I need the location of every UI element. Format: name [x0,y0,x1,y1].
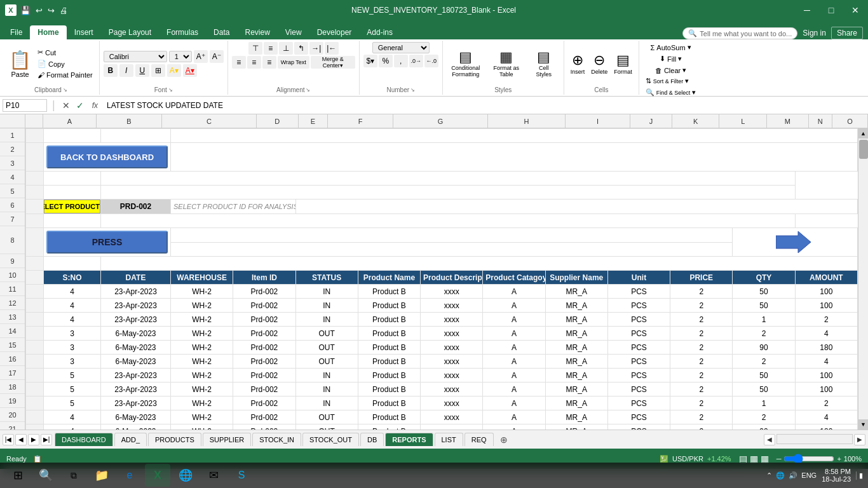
cell-17-M[interactable]: 100 [795,369,857,383]
fill-color-btn[interactable]: A▾ [167,64,181,77]
cell-19-E[interactable]: IN [295,396,358,410]
confirm-formula-btn[interactable]: ✓ [74,100,86,111]
cell-A4[interactable] [44,186,101,200]
file-explorer-btn[interactable]: 📁 [89,464,114,487]
col-header-E[interactable]: E [299,114,329,128]
cell-21-F[interactable]: Product B [358,424,420,430]
cell-17-H[interactable]: A [483,369,545,383]
cell-20-G[interactable]: xxxx [421,410,483,424]
cell-15-H[interactable]: A [483,341,545,355]
sheet-tab-stock-out[interactable]: STOCK_OUT [302,433,359,446]
format-btn[interactable]: ▤ Format [611,51,635,76]
cell-17-D[interactable]: Prd-002 [233,369,295,383]
tab-page-layout[interactable]: Page Layout [101,25,159,39]
up-arrow-icon[interactable]: ⌃ [766,471,772,480]
cell-A3[interactable] [44,172,101,186]
cell-A7-B8[interactable]: PRESS [44,228,171,257]
sheet-nav-next[interactable]: ▶ [28,434,39,445]
scroll-up-btn[interactable]: ▲ [858,128,869,139]
back-to-dashboard-btn[interactable]: BACK TO DASHBOARD [46,146,168,168]
cell-C1-wide[interactable] [171,129,858,143]
cell-13-M[interactable]: 2 [795,313,857,327]
row-num-16[interactable]: 16 [0,352,25,366]
cell-13-K[interactable]: 2 [670,313,733,327]
excel-taskbar-btn[interactable]: X [145,464,170,487]
row-num-3[interactable]: 3 [0,156,25,170]
sheet-tab-req[interactable]: REQ [465,433,494,446]
cell-13-A[interactable]: 4 [44,313,101,327]
select-product-id-cell[interactable]: SELECT PRODUCT ID [44,200,100,214]
cell-20-B[interactable]: 6-May-2023 [101,410,171,424]
cell-19-B[interactable]: 23-Apr-2023 [101,396,171,410]
cell-16-C[interactable]: WH-2 [171,355,233,369]
cell-C7-wide[interactable] [171,228,733,243]
align-center-btn[interactable]: ≡ [247,56,261,69]
cell-15-L[interactable]: 90 [733,341,795,355]
cell-13-F[interactable]: Product B [358,313,420,327]
decrease-decimal-btn[interactable]: ←.0 [424,55,438,67]
cell-15-G[interactable]: xxxx [421,341,483,355]
col-header-C[interactable]: C [162,114,257,128]
cell-N7-O8[interactable] [733,228,858,257]
clock[interactable]: 8:58 PM 18-Jul-23 [822,468,851,483]
sort-filter-btn[interactable]: ⇅ Sort & Filter ▾ [643,76,699,86]
cell-12-F[interactable]: Product B [358,299,420,313]
cell-21-L[interactable]: 90 [733,424,795,430]
tab-home[interactable]: Home [30,25,66,39]
percent-btn[interactable]: % [379,55,393,67]
cell-16-M[interactable]: 4 [795,355,857,369]
cell-header-product-desc[interactable]: Product Descriptions [421,271,483,285]
font-shrink-btn[interactable]: A⁻ [210,50,224,63]
col-header-I[interactable]: I [566,114,631,128]
cell-15-A[interactable]: 3 [44,341,101,355]
cell-18-E[interactable]: IN [295,383,358,396]
conditional-formatting-btn[interactable]: ▤ Conditional Formatting [447,48,485,79]
cell-13-J[interactable]: PCS [607,313,670,327]
wrap-text-btn[interactable]: Wrap Text [278,56,309,69]
cell-15-C[interactable]: WH-2 [171,341,233,355]
cell-19-I[interactable]: MR_A [545,396,607,410]
cell-15-F[interactable]: Product B [358,341,420,355]
cell-21-I[interactable]: MR_A [545,424,607,430]
tab-file[interactable]: File [3,25,30,39]
cell-B5[interactable]: PRD-002 [101,200,171,214]
align-bottom-btn[interactable]: ⊥ [279,42,293,55]
cell-16-J[interactable]: PCS [607,355,670,369]
cell-12-E[interactable]: IN [295,299,358,313]
align-left-btn[interactable]: ≡ [232,56,246,69]
cell-header-status[interactable]: STATUS [295,271,358,285]
cell-E5-wide[interactable] [295,200,857,214]
row-num-9[interactable]: 9 [0,254,25,268]
sheet-tab-dashboard[interactable]: DASHBOARD [55,433,113,446]
indent-increase-btn[interactable]: →| [309,42,323,55]
close-btn[interactable]: ✕ [848,3,863,18]
italic-btn[interactable]: I [119,64,133,77]
cell-11-J[interactable]: PCS [607,285,670,299]
col-header-row-indicator[interactable] [25,114,43,128]
volume-icon[interactable]: 🔊 [789,471,797,480]
prd-id-cell[interactable]: PRD-002 [101,200,170,214]
cell-B1[interactable] [101,129,171,143]
cell-reference-input[interactable] [3,99,47,112]
cell-21-K[interactable]: 2 [670,424,733,430]
cell-15-J[interactable]: PCS [607,341,670,355]
zoom-out-btn[interactable]: ─ [776,455,782,463]
font-family-select[interactable]: Calibri [104,51,167,62]
tab-add-ins[interactable]: Add-ins [359,25,400,39]
comma-btn[interactable]: , [394,55,408,67]
cell-14-A[interactable]: 3 [44,327,101,341]
cell-21-M[interactable]: 180 [795,424,857,430]
cell-C8-wide[interactable] [171,242,733,257]
cell-C2-wide[interactable] [171,143,858,172]
col-header-F[interactable]: F [328,114,393,128]
cell-12-I[interactable]: MR_A [545,299,607,313]
cell-13-E[interactable]: IN [295,313,358,327]
cell-20-H[interactable]: A [483,410,545,424]
sheet-scroll-right[interactable]: ▶ [854,434,865,445]
cell-12-M[interactable]: 100 [795,299,857,313]
save-qa-btn[interactable]: 💾 [20,6,31,15]
press-btn[interactable]: PRESS [46,231,168,254]
cell-16-I[interactable]: MR_A [545,355,607,369]
show-desktop-btn[interactable]: ▮ [856,471,863,480]
cell-18-K[interactable]: 2 [670,383,733,396]
